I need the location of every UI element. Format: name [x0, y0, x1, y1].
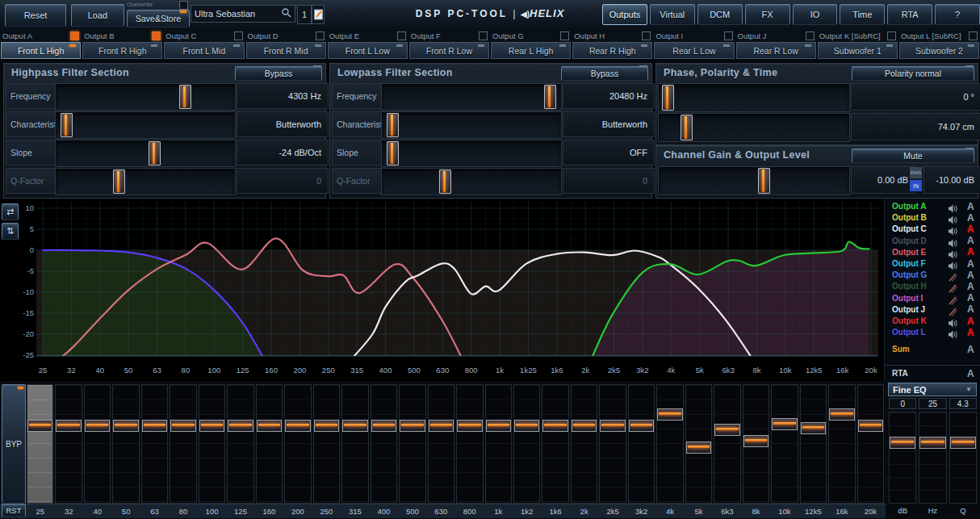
mute-button[interactable]: Mute	[852, 149, 974, 163]
nav-dcm-button[interactable]: DCM	[697, 4, 743, 25]
nav--button[interactable]: ?	[935, 4, 980, 25]
polarity-button[interactable]: Polarity normal	[852, 66, 974, 81]
eq-band-handle-1k[interactable]	[486, 420, 511, 432]
legend-rta[interactable]: RTAA	[885, 368, 980, 379]
eq-band-handle-25[interactable]	[27, 420, 52, 432]
eq-band-handle-2k5[interactable]	[600, 420, 625, 432]
eq-band-handle-1k2[interactable]	[514, 420, 539, 432]
highpass-slope-slider[interactable]	[55, 140, 236, 167]
highpass-frequency-slider[interactable]	[55, 83, 236, 111]
eq-band-200[interactable]	[284, 384, 311, 504]
output-checkbox-h[interactable]	[642, 31, 651, 40]
eq-band-handle-125[interactable]	[228, 420, 253, 432]
tab-subwoofer-2[interactable]: Subwoofer 2	[899, 42, 979, 59]
eq-band-630[interactable]	[428, 384, 454, 504]
legend-output-g[interactable]: Output GA	[885, 270, 980, 280]
highpass-slider-handle[interactable]	[61, 113, 73, 137]
eq-band-handle-500[interactable]	[400, 420, 425, 432]
tab-front-r-mid[interactable]: Front R Mid	[246, 42, 326, 59]
fine-eq-handle-db[interactable]	[890, 437, 915, 449]
eq-band-80[interactable]	[170, 384, 196, 504]
eq-band-handle-50[interactable]	[113, 420, 138, 432]
eq-reset-button[interactable]: RST	[2, 504, 26, 517]
tab-rear-r-high[interactable]: Rear R High	[572, 42, 652, 59]
legend-output-b[interactable]: Output BA	[885, 212, 980, 223]
speaker-icon[interactable]	[948, 328, 957, 342]
eq-band-400[interactable]	[371, 384, 397, 504]
eq-band-3k2[interactable]	[628, 384, 655, 504]
eq-band-handle-250[interactable]	[314, 420, 339, 432]
output-checkbox-d[interactable]	[316, 31, 325, 40]
legend-output-k[interactable]: Output KA	[885, 316, 980, 326]
preset-badge[interactable]: A	[967, 235, 974, 246]
eq-band-32[interactable]	[55, 384, 82, 504]
eq-band-handle-4k[interactable]	[657, 408, 682, 421]
preset-badge[interactable]: A	[967, 368, 974, 379]
eq-band-handle-200[interactable]	[285, 420, 310, 432]
output-checkbox-a[interactable]	[70, 31, 79, 40]
eq-bypass-button[interactable]: BYP	[2, 384, 26, 504]
eq-band-10k[interactable]	[771, 384, 798, 504]
eq-band-handle-400[interactable]	[371, 420, 396, 432]
lowpass-frequency-slider[interactable]	[381, 83, 562, 111]
nav-rta-button[interactable]: RTA	[887, 4, 932, 25]
lowpass-slider-handle[interactable]	[387, 141, 399, 165]
highpass-characteristic-slider[interactable]	[55, 111, 236, 139]
eq-band-6k3[interactable]	[714, 384, 740, 504]
eq-band-handle-40[interactable]	[85, 420, 110, 432]
eq-band-handle-160[interactable]	[257, 420, 282, 432]
lowpass-bypass-button[interactable]: Bypass	[561, 66, 648, 81]
preset-badge[interactable]: A	[967, 224, 974, 235]
eq-band-40[interactable]	[84, 384, 111, 504]
output-checkbox-c[interactable]	[234, 31, 243, 40]
phase-slider-handle[interactable]	[662, 85, 674, 111]
eq-band-1k2[interactable]	[513, 384, 540, 504]
output-checkbox-g[interactable]	[560, 31, 569, 40]
phase-slider-handle[interactable]	[681, 115, 693, 140]
eq-band-12k5[interactable]	[800, 384, 827, 504]
fine-eq-slider-hz[interactable]	[919, 412, 946, 504]
legend-output-i[interactable]: Output IA	[885, 293, 980, 303]
preset-badge[interactable]: A	[967, 327, 974, 338]
eq-band-handle-63[interactable]	[142, 420, 167, 432]
tab-front-r-low[interactable]: Front R Low	[409, 42, 489, 59]
gain-slider-handle[interactable]	[758, 168, 770, 194]
fine-eq-slider-db[interactable]	[889, 412, 916, 504]
preset-badge[interactable]: A	[967, 344, 974, 355]
eq-band-1k[interactable]	[485, 384, 512, 504]
output-checkbox-l[interactable]	[969, 31, 978, 40]
legend-output-a[interactable]: Output AA	[885, 201, 980, 211]
output-checkbox-b[interactable]	[152, 31, 161, 40]
eq-band-100[interactable]	[199, 384, 225, 504]
nav-fx-button[interactable]: FX	[745, 4, 790, 25]
output-checkbox-f[interactable]	[479, 31, 488, 40]
eq-band-250[interactable]	[313, 384, 340, 504]
output-checkbox-k[interactable]	[887, 31, 896, 40]
eq-band-handle-8k[interactable]	[743, 435, 769, 447]
eq-band-63[interactable]	[141, 384, 168, 504]
lowpass-q-factor-slider[interactable]	[381, 168, 562, 195]
eq-band-handle-100[interactable]	[199, 420, 224, 432]
nav-io-button[interactable]: IO	[793, 4, 838, 25]
output-checkbox-j[interactable]	[806, 31, 815, 40]
lowpass-slope-slider[interactable]	[381, 140, 562, 167]
eq-band-5k[interactable]	[685, 384, 712, 504]
tab-front-l-mid[interactable]: Front L Mid	[164, 42, 244, 59]
eq-band-handle-16k[interactable]	[829, 408, 854, 421]
eq-band-handle-80[interactable]	[170, 420, 195, 432]
eq-band-handle-20k[interactable]	[858, 420, 883, 432]
eq-band-handle-630[interactable]	[429, 420, 454, 432]
eq-band-1k6[interactable]	[542, 384, 568, 504]
tab-front-r-high[interactable]: Front R High	[82, 42, 162, 59]
highpass-slider-handle[interactable]	[149, 141, 161, 165]
tab-subwoofer-1[interactable]: Subwoofer 1	[818, 42, 898, 59]
highpass-slider-handle[interactable]	[179, 85, 191, 109]
preset-badge[interactable]: A	[967, 212, 974, 224]
lowpass-slider-handle[interactable]	[544, 85, 556, 109]
eq-band-8k[interactable]	[743, 384, 769, 504]
nav-virtual-button[interactable]: Virtual	[650, 4, 695, 25]
eq-band-handle-32[interactable]	[56, 420, 81, 432]
eq-band-handle-2k[interactable]	[572, 420, 597, 432]
eq-band-800[interactable]	[456, 384, 483, 504]
fine-eq-handle-hz[interactable]	[919, 437, 945, 449]
